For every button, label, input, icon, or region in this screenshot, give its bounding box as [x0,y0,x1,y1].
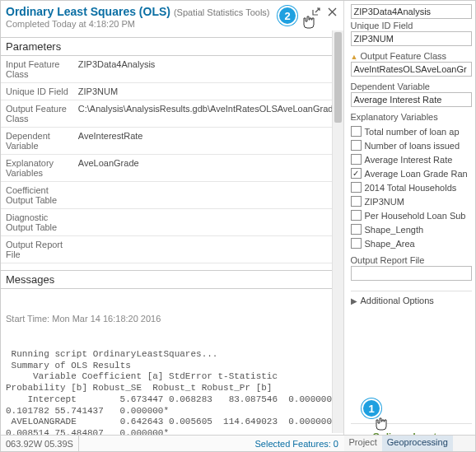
input-feature-class-field[interactable]: ZIP3Data4Analysis [351,4,472,19]
checkbox-icon[interactable] [351,224,362,235]
tab-geoprocessing[interactable]: Geoprocessing [382,436,453,451]
additional-options-expander[interactable]: ▶ Additional Options [351,291,472,305]
tool-group: (Spatial Statistics Tools) [174,7,270,17]
scroll-thumb[interactable] [334,32,342,123]
output-report-label: Output Report File [351,255,472,265]
table-row: Explanatory VariablesAveLoanGrade [1,155,343,182]
checkbox-icon[interactable] [351,140,362,151]
close-icon[interactable] [327,6,338,17]
start-time: Start Time: Mon Mar 14 16:18:20 2016 [6,314,338,325]
list-item[interactable]: ✓Average Loan Grade Ran [351,168,472,179]
list-item[interactable]: ZIP3NUM [351,196,472,207]
output-feature-class-field[interactable]: AveIntRatesOLSAveLoanGr [351,62,472,77]
bottom-tabs: Project Geoprocessing [344,435,475,451]
list-item[interactable]: Total number of loan ap [351,126,472,137]
explanatory-variables-label: Explanatory Variables [351,112,472,122]
table-row: Dependent VariableAveInterestRate [1,128,343,155]
checkbox-icon[interactable] [351,238,362,249]
messages-section-header: Messages [1,270,343,289]
status-coords: 063.92W 05.39S [1,436,79,451]
parameters-section-header: Parameters [1,37,343,56]
parameters-table: Input Feature ClassZIP3Data4Analysis Uni… [1,56,343,263]
status-selected[interactable]: Selected Features: 0 [248,439,345,449]
checkbox-icon[interactable] [351,182,362,193]
table-row: Diagnostic Output Table [1,209,343,236]
list-item[interactable]: Shape_Length [351,224,472,235]
list-item[interactable]: Number of loans issued [351,140,472,151]
list-item[interactable]: Average Interest Rate [351,154,472,165]
list-item[interactable]: Per Household Loan Sub [351,210,472,221]
checkbox-icon[interactable] [351,210,362,221]
output-feature-class-label: Output Feature Class [351,51,472,61]
unique-id-label: Unique ID Field [351,21,472,30]
list-item[interactable]: 2014 Total Households [351,182,472,193]
unique-id-field[interactable]: ZIP3NUM [351,31,472,46]
table-row: Unique ID FieldZIP3NUM [1,83,343,100]
checkbox-icon[interactable] [351,154,362,165]
explanatory-variables-list: Total number of loan ap Number of loans … [351,126,472,249]
messages-log: Start Time: Mon Mar 14 16:18:20 2016 Run… [1,289,343,451]
tool-title: Ordinary Least Squares (OLS) [6,5,170,18]
table-row: Output Report File [1,236,343,263]
tab-project[interactable]: Project [344,436,382,451]
popout-icon[interactable] [310,6,322,17]
tool-parameters-pane: ZIP3Data4Analysis Unique ID Field ZIP3NU… [344,1,475,451]
list-item[interactable]: Shape_Area [351,238,472,249]
checkbox-icon[interactable] [351,196,362,207]
dependent-variable-label: Dependent Variable [351,82,472,91]
scrollbar[interactable] [332,30,343,433]
output-report-field[interactable] [351,266,472,281]
callout-2: 2 [278,6,297,26]
table-row: Input Feature ClassZIP3Data4Analysis [1,56,343,83]
checkbox-icon[interactable]: ✓ [351,168,362,179]
chevron-right-icon: ▶ [351,296,357,305]
dependent-variable-field[interactable]: Average Interest Rate [351,92,472,107]
table-row: Output Feature ClassC:\Analysis\Analysis… [1,100,343,128]
table-row: Coefficient Output Table [1,182,343,209]
callout-1: 1 [362,398,381,418]
status-bar: 063.92W 05.39S Selected Features: 0 [1,435,345,451]
checkbox-icon[interactable] [351,126,362,137]
